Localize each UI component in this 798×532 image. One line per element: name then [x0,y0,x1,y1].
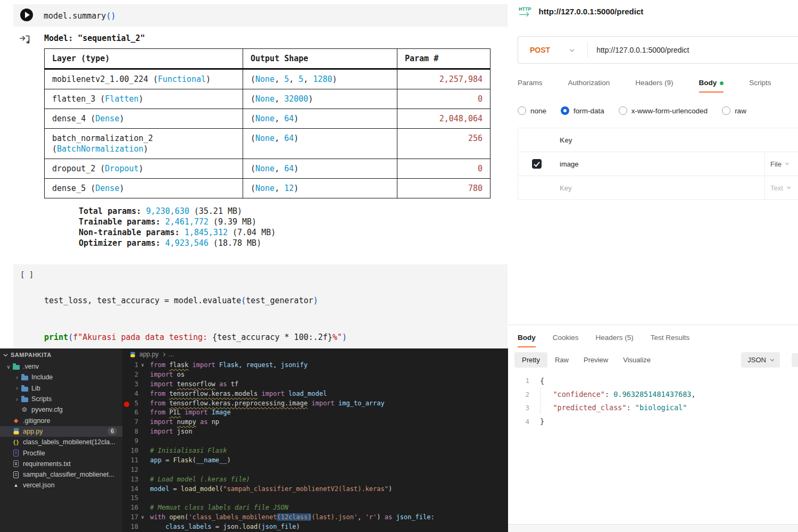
code-token: Flask, request, jsonify [219,361,307,369]
body-mode-raw[interactable]: raw [722,106,746,115]
tab-scripts[interactable]: Scripts [749,79,771,87]
line-number: 2 [508,390,540,398]
breakpoint-dot[interactable] [124,402,129,407]
code-token: class_labels [150,523,212,530]
chevron-right-icon [162,352,165,356]
tab-params[interactable]: Params [518,79,543,87]
code-line[interactable]: 6from PIL import Image [122,408,508,417]
view-visualize[interactable]: Visualize [616,352,658,368]
kv-key-input[interactable]: image [555,160,764,168]
body-mode-urlencoded[interactable]: x-www-form-urlencoded [619,106,708,115]
radio-icon[interactable] [518,106,526,115]
code-token: "sampah_classifier_moblienetV2(last).ker… [223,485,388,493]
code-token: None [255,94,275,104]
kv-key-placeholder[interactable]: Key [555,184,764,192]
kv-type-dropdown[interactable]: File [764,152,798,176]
breadcrumb-more[interactable]: ... [169,351,174,358]
tree-item-class-labels-mobilenet-12cla-[interactable]: {}class_labels_mobilenet(12cla... [0,437,122,447]
code-line[interactable]: 8import json [122,427,508,436]
chevron-right-icon[interactable]: › [14,375,20,380]
chevron-down-icon[interactable] [570,47,574,51]
line-number: 6 [122,409,138,416]
tree-item-pyvenv-cfg[interactable]: ⚙pyvenv.cfg [0,404,122,415]
code-line[interactable]: 11app = Flask(__name__) [122,455,508,465]
code-token: numpy [177,418,196,426]
cell-2-code-line-2[interactable]: print(f"Akurasi pada data testing: {test… [44,331,347,344]
url-input[interactable]: http://127.0.0.1:5000/predict [596,46,689,54]
code-line[interactable]: 18 class_labels = json.load(json_file) [122,522,508,531]
code-line[interactable]: 12 [122,465,508,475]
format-dropdown[interactable]: JSON [741,352,780,368]
code-token: (12class) [277,513,311,521]
code-line[interactable]: 3import tensorflow as tf [122,379,508,389]
code-line[interactable]: 16# Memuat class labels dari file JSON [122,503,508,512]
explorer-section-header[interactable]: SAMPAHKITA [0,348,122,361]
code-line[interactable]: 13# Load model (.keras file) [122,475,508,484]
code-token: img_to_array [338,400,385,407]
code-cell-1[interactable]: model.summary() [13,4,508,27]
tab-authorization[interactable]: Authorization [568,79,610,87]
tree-item-label: .venv [23,363,39,370]
wrap-text-icon[interactable] [792,353,798,367]
radio-icon[interactable] [619,106,627,115]
cell-prompt: [ ] [20,269,44,348]
code-token: 32000 [284,94,308,104]
tree-item-vercel-json[interactable]: ▲vercel.json [0,480,122,491]
tab-body[interactable]: Body [699,79,724,87]
view-pretty[interactable]: Pretty [514,352,547,368]
tree-item--venv[interactable]: ∨.venv [0,361,122,372]
breadcrumb-file[interactable]: app.py [139,351,159,358]
code-line[interactable]: 1∨from flask import Flask, request, json… [122,360,508,370]
body-mode-none[interactable]: none [518,106,546,115]
run-cell-button[interactable] [20,9,33,21]
breadcrumb[interactable]: app.py ... [122,348,508,360]
radio-icon[interactable] [722,106,730,115]
fold-chevron-icon[interactable]: ∨ [138,514,147,520]
checkbox-checked-icon[interactable] [532,159,542,169]
model-title: Model: "sequential_2" [44,34,491,43]
cell-1-code[interactable]: model.summary() [44,9,115,22]
code-line[interactable]: 14model = load_model("sampah_classifier_… [122,484,508,494]
code-token: ) [144,144,148,154]
view-preview[interactable]: Preview [576,352,616,368]
code-cell-2[interactable]: [ ] test_loss, test_accuracy = model.eva… [13,264,508,348]
code-token: ) [294,184,298,193]
tree-item-procfile[interactable]: Procfile [0,447,122,458]
code-line[interactable]: 10# Inisialisasi Flask [122,446,508,455]
tab-cookies[interactable]: Cookies [553,334,579,342]
code-line[interactable]: 5from tensorflow.keras.preprocessing.ima… [122,398,508,408]
chevron-right-icon[interactable]: › [14,385,20,391]
chevron-down-icon [785,161,789,165]
line-number: 3 [122,380,138,388]
cell-2-code-line-1[interactable]: test_loss, test_accuracy = model.evaluat… [44,295,347,307]
tree-item-sampah-classifier-moblienet-[interactable]: sampah_classifier_moblienet... [0,469,122,480]
method-selector[interactable]: POST [518,46,550,54]
code-token: ) [227,456,231,464]
kv-type-dropdown[interactable]: Text [764,176,798,200]
code-line[interactable]: 4from tensorflow.keras.models import loa… [122,389,508,398]
tree-item-scripts[interactable]: ›Scripts [0,394,122,404]
tree-item-lib[interactable]: ›Lib [0,383,122,394]
view-raw[interactable]: Raw [547,352,576,368]
radio-selected-icon[interactable] [561,106,569,115]
tab-response-body[interactable]: Body [518,334,536,342]
code-line[interactable]: 9 [122,436,508,446]
tab-response-headers[interactable]: Headers (5) [596,334,634,342]
code-token: 64 [284,114,294,123]
code-line[interactable]: 17∨with open('class_labels_mobilenet(12c… [122,512,508,522]
code-token: dropout_2 ( [52,164,105,173]
code-line[interactable]: 15 [122,493,508,503]
editor-area[interactable]: app.py ... 1∨from flask import Flask, re… [122,348,508,532]
tree-item-include[interactable]: ›Include [0,372,122,383]
code-line[interactable]: 2import os [122,370,508,379]
tab-headers[interactable]: Headers (9) [635,79,673,87]
body-mode-form-data[interactable]: form-data [561,106,604,115]
tree-item-app-py[interactable]: app.py6 [0,426,122,437]
code-line[interactable]: 7import numpy as np [122,417,508,427]
tab-test-results[interactable]: Test Results [651,334,690,342]
tree-item--gitignore[interactable]: ◆.gitignore [0,415,122,426]
fold-chevron-icon[interactable]: ∨ [138,362,147,368]
chevron-down-icon[interactable]: ∨ [5,364,12,370]
tree-item-requirements-txt[interactable]: requirements.txt [0,459,122,469]
chevron-right-icon[interactable]: › [14,396,20,402]
